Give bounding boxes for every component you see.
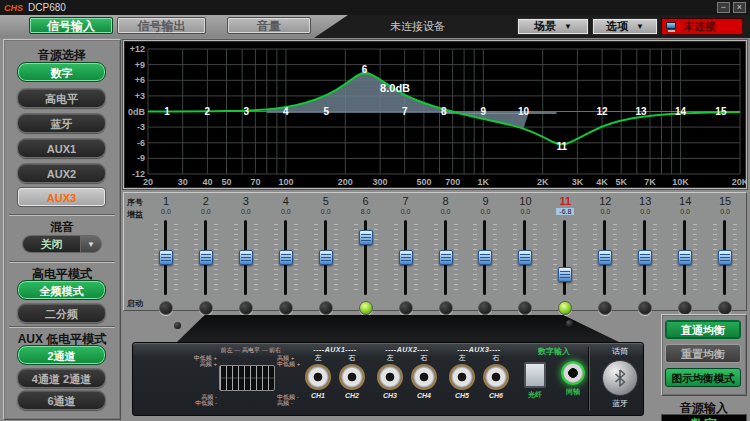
band-gain-slider[interactable] bbox=[346, 218, 386, 297]
screw-icon bbox=[174, 322, 181, 329]
band-number: 3 bbox=[226, 195, 266, 207]
band-number: 5 bbox=[306, 195, 346, 207]
eq-band-column-1: 1 0.0 bbox=[146, 193, 186, 310]
slider-thumb[interactable] bbox=[598, 250, 612, 265]
slider-thumb[interactable] bbox=[199, 250, 213, 265]
band-gain-slider[interactable] bbox=[625, 218, 665, 297]
svg-text:-6: -6 bbox=[137, 138, 145, 148]
high-level-mode-button-0[interactable]: 全频模式 bbox=[17, 280, 106, 300]
slider-thumb[interactable] bbox=[359, 230, 373, 245]
mix-title: 混音 bbox=[4, 219, 120, 236]
band-number: 1 bbox=[146, 195, 186, 207]
slider-thumb[interactable] bbox=[558, 267, 572, 282]
tab-signal-input[interactable]: 信号输入 bbox=[29, 17, 113, 34]
aux-mode-button-0[interactable]: 2通道 bbox=[17, 345, 106, 365]
band-number: 9 bbox=[466, 195, 506, 207]
source-button-1[interactable]: 高电平 bbox=[17, 88, 106, 108]
band-gain-value: 0.0 bbox=[226, 207, 266, 217]
aux-group-label: ----AUX1---- bbox=[301, 346, 369, 353]
source-button-3[interactable]: AUX1 bbox=[17, 138, 106, 158]
source-button-2[interactable]: 蓝牙 bbox=[17, 113, 106, 133]
band-gain-slider[interactable] bbox=[665, 218, 705, 297]
band-number: 4 bbox=[266, 195, 306, 207]
band-gain-value: 0.0 bbox=[266, 207, 306, 217]
screw-icon bbox=[566, 320, 573, 327]
digital-input-title: 数字输入 bbox=[511, 346, 597, 357]
slider-thumb[interactable] bbox=[518, 250, 532, 265]
band-gain-slider[interactable] bbox=[466, 218, 506, 297]
slider-ticks bbox=[294, 224, 298, 291]
tab-volume[interactable]: 音量 bbox=[227, 17, 311, 34]
digital-input-section: 数字输入 光纤 同轴 bbox=[511, 346, 597, 400]
band-number: 7 bbox=[386, 195, 426, 207]
slider-thumb[interactable] bbox=[439, 250, 453, 265]
sidebar: 音源选择 数字高电平蓝牙AUX1AUX2AUX3 混音 关闭 ▼ 高电平模式 全… bbox=[3, 39, 121, 420]
band-number: 13 bbox=[625, 195, 665, 207]
close-button[interactable]: × bbox=[733, 2, 746, 13]
band-gain-slider[interactable] bbox=[505, 218, 545, 297]
svg-text:+6: +6 bbox=[135, 75, 145, 85]
slider-thumb[interactable] bbox=[159, 250, 173, 265]
high-level-mode-button-1[interactable]: 二分频 bbox=[17, 303, 106, 323]
slider-thumb[interactable] bbox=[718, 250, 732, 265]
slider-thumb[interactable] bbox=[319, 250, 333, 265]
band-point-label: 13 bbox=[635, 106, 647, 117]
svg-text:10K: 10K bbox=[672, 177, 689, 187]
divider bbox=[9, 326, 115, 328]
slider-thumb[interactable] bbox=[399, 250, 413, 265]
slider-thumb[interactable] bbox=[478, 250, 492, 265]
bluetooth-icon bbox=[602, 360, 638, 396]
slider-thumb[interactable] bbox=[279, 250, 293, 265]
band-gain-slider[interactable] bbox=[386, 218, 426, 297]
graphic-eq-mode-button[interactable]: 图示均衡模式 bbox=[665, 368, 741, 387]
bluetooth-label: 蓝牙 bbox=[595, 398, 645, 409]
band-gain-slider[interactable] bbox=[266, 218, 306, 297]
svg-text:20: 20 bbox=[143, 177, 153, 187]
band-gain-slider[interactable] bbox=[426, 218, 466, 297]
slider-ticks bbox=[394, 224, 398, 291]
band-gain-slider[interactable] bbox=[545, 218, 585, 297]
aux-mode-button-2[interactable]: 6通道 bbox=[17, 390, 106, 410]
bypass-eq-button[interactable]: 直通均衡 bbox=[665, 320, 741, 339]
svg-text:-3: -3 bbox=[137, 122, 145, 132]
band-number: 14 bbox=[665, 195, 705, 207]
mix-value: 关闭 bbox=[22, 235, 80, 253]
svg-text:100: 100 bbox=[278, 177, 293, 187]
divider bbox=[588, 347, 590, 411]
source-button-0[interactable]: 数字 bbox=[17, 62, 106, 82]
options-dropdown[interactable]: 选项 ▼ bbox=[592, 18, 658, 35]
slider-thumb[interactable] bbox=[638, 250, 652, 265]
band-gain-slider[interactable] bbox=[186, 218, 226, 297]
band-gain-slider[interactable] bbox=[585, 218, 625, 297]
slider-ticks bbox=[613, 224, 617, 291]
slider-thumb[interactable] bbox=[678, 250, 692, 265]
svg-text:30: 30 bbox=[178, 177, 188, 187]
slider-thumb[interactable] bbox=[239, 250, 253, 265]
svg-text:2K: 2K bbox=[537, 177, 549, 187]
minimize-button[interactable]: − bbox=[717, 2, 730, 13]
band-point-label: 7 bbox=[402, 106, 408, 117]
rca-connector-icon bbox=[411, 364, 437, 390]
aux-group-label: ----AUX2---- bbox=[373, 346, 441, 353]
eq-response-chart[interactable]: +12+9+6+30dB-3-6-9-122030405070100200300… bbox=[123, 40, 747, 189]
slider-ticks bbox=[533, 224, 537, 291]
mix-dropdown[interactable]: 关闭 ▼ bbox=[22, 235, 102, 253]
source-button-5[interactable]: AUX3 bbox=[17, 187, 106, 207]
eq-band-column-6: 6 8.0 bbox=[346, 193, 386, 310]
divider bbox=[9, 261, 115, 263]
aux-mode-button-1[interactable]: 4通道 2通道 bbox=[17, 368, 106, 388]
band-gain-slider[interactable] bbox=[226, 218, 266, 297]
band-gain-value: 0.0 bbox=[505, 207, 545, 217]
band-gain-slider[interactable] bbox=[146, 218, 186, 297]
band-gain-value: 0.0 bbox=[386, 207, 426, 217]
band-gain-slider[interactable] bbox=[306, 218, 346, 297]
tab-signal-output[interactable]: 信号输出 bbox=[117, 17, 206, 34]
source-button-4[interactable]: AUX2 bbox=[17, 163, 106, 183]
band-gain-slider[interactable] bbox=[705, 218, 745, 297]
scene-dropdown[interactable]: 场景 ▼ bbox=[517, 18, 589, 35]
reset-eq-button[interactable]: 重置均衡 bbox=[665, 344, 741, 363]
band-gain-value: 0.0 bbox=[625, 207, 665, 217]
connect-button[interactable]: 未连接 bbox=[661, 18, 743, 35]
svg-text:5K: 5K bbox=[615, 177, 627, 187]
slider-ticks bbox=[174, 224, 178, 291]
